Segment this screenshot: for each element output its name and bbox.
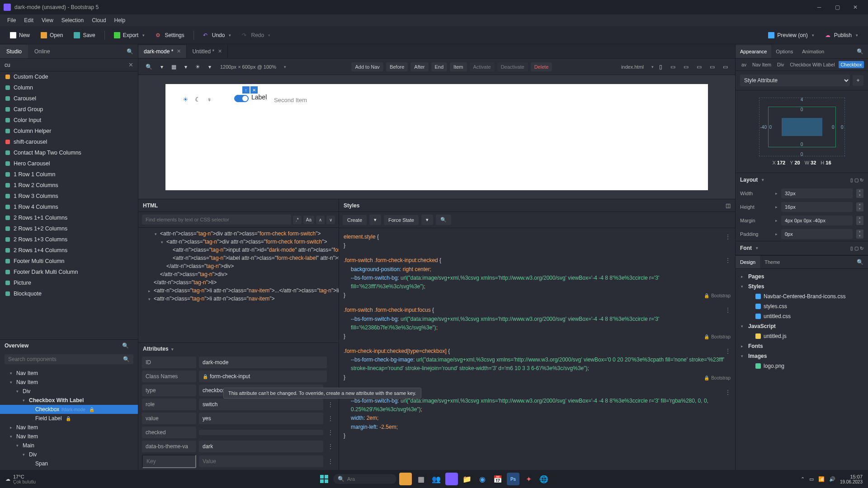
attr-menu-icon[interactable]: ⋮ bbox=[326, 429, 335, 436]
component-item[interactable]: Picture bbox=[0, 277, 138, 288]
rule-menu-icon[interactable]: ⋮ bbox=[725, 233, 731, 241]
component-item[interactable]: Card Group bbox=[0, 104, 138, 115]
close-icon[interactable]: ✕ bbox=[218, 48, 222, 54]
component-item[interactable]: Hero Carousel bbox=[0, 158, 138, 169]
design-tree-item[interactable]: ▾Styles bbox=[736, 282, 868, 291]
create-button[interactable]: Create bbox=[343, 215, 367, 225]
padding-box[interactable]: 0 0 0 0 bbox=[768, 107, 836, 147]
attr-key[interactable]: type bbox=[142, 385, 196, 396]
menu-edit[interactable]: Edit bbox=[20, 16, 37, 25]
attr-val-input[interactable] bbox=[199, 455, 323, 467]
component-item[interactable]: Column bbox=[0, 82, 138, 93]
search-icon[interactable]: 🔍 bbox=[127, 48, 133, 55]
close-icon[interactable]: ✕ bbox=[177, 48, 181, 54]
redo-button[interactable]: ↷Redo▾ bbox=[237, 30, 275, 41]
doc-tab-darkmode[interactable]: dark-mode *✕ bbox=[138, 45, 187, 58]
app-icon[interactable]: ✦ bbox=[522, 473, 535, 485]
force-state-button[interactable]: Force State bbox=[384, 215, 419, 225]
layout-header[interactable]: Layout▾ ▯ ▢ ↻ bbox=[736, 173, 868, 187]
css-rule-block[interactable]: ⋮.form-check-input:checked[type=checkbox… bbox=[344, 347, 731, 382]
tree-arrow-icon[interactable]: ▾ bbox=[741, 354, 745, 358]
component-item[interactable]: 2 Rows 1+3 Columns bbox=[0, 234, 138, 245]
attr-menu-icon[interactable]: ⋮ bbox=[326, 443, 335, 450]
photoshop-icon[interactable]: Ps bbox=[507, 473, 519, 485]
attr-val[interactable]: yes bbox=[199, 413, 323, 424]
html-tree[interactable]: ▾<attr-n">class="tag-n">div attr-n">clas… bbox=[138, 228, 339, 343]
weather-widget[interactable]: ☁ 17°C Çok bulutlu bbox=[5, 474, 36, 484]
component-item[interactable]: Custom Code bbox=[0, 71, 138, 82]
attr-key[interactable]: value bbox=[142, 413, 196, 424]
maximize-button[interactable]: ▢ bbox=[828, 1, 846, 14]
item-button[interactable]: Item bbox=[450, 62, 467, 71]
moon-icon[interactable]: ☾ bbox=[195, 96, 201, 103]
layout-icon[interactable]: ◫ bbox=[726, 202, 731, 209]
padding-input[interactable] bbox=[781, 229, 853, 239]
attr-key[interactable]: ID bbox=[142, 357, 196, 368]
canvas-frame[interactable]: ☀ ☾ ♀ ↑ ✕ Label Second Item bbox=[165, 84, 708, 190]
chevron-down-icon[interactable]: ▾ bbox=[182, 62, 190, 72]
tree-item[interactable]: Field Label🔒 bbox=[0, 414, 138, 423]
bootstrap-studio-icon[interactable] bbox=[445, 473, 458, 485]
component-item[interactable]: Contact Map Two Columns bbox=[0, 147, 138, 158]
breadcrumb-item[interactable]: Checkbox With Label bbox=[788, 61, 837, 68]
component-filter-input[interactable] bbox=[5, 62, 128, 68]
tree-arrow-icon[interactable]: ▾ bbox=[23, 452, 27, 457]
tree-arrow-icon[interactable]: ▾ bbox=[155, 231, 160, 238]
device-xs-icon[interactable]: ▯ bbox=[656, 62, 665, 72]
menu-help[interactable]: Help bbox=[111, 16, 129, 25]
component-item[interactable]: 1 Row 1 Column bbox=[0, 169, 138, 180]
search-icon[interactable]: 🔍 bbox=[122, 343, 129, 349]
system-tray[interactable]: ⌃ ▭ 📶 🔊 15:07 19.06.2023 bbox=[801, 474, 863, 484]
rule-menu-icon[interactable]: ⋮ bbox=[725, 306, 731, 314]
create-dropdown[interactable]: ▾ bbox=[369, 215, 381, 225]
add-style-button[interactable]: + bbox=[853, 75, 863, 86]
chevron-down-icon[interactable]: ▾ bbox=[206, 62, 214, 72]
deactivate-button[interactable]: Deactivate bbox=[497, 62, 528, 71]
tab-studio[interactable]: Studio bbox=[0, 45, 28, 58]
tree-item[interactable]: ▾Div bbox=[0, 450, 138, 459]
component-item[interactable]: Column Helper bbox=[0, 126, 138, 136]
regex-button[interactable]: .* bbox=[293, 216, 302, 224]
minimize-button[interactable]: ─ bbox=[810, 1, 828, 14]
stepper[interactable]: ▴▾ bbox=[856, 216, 863, 225]
search-icon[interactable]: 🔍 bbox=[143, 62, 155, 72]
attr-val[interactable] bbox=[199, 430, 323, 435]
attr-key[interactable]: checked bbox=[142, 427, 196, 438]
clear-filter-button[interactable]: ✕ bbox=[128, 61, 133, 68]
device-lg-icon[interactable]: ▭ bbox=[694, 62, 704, 72]
chevron-down-icon[interactable]: ▾ bbox=[651, 65, 654, 69]
stepper[interactable]: ▴▾ bbox=[856, 189, 863, 198]
tree-item[interactable]: ▾Nav Item bbox=[0, 369, 138, 378]
margin-input[interactable] bbox=[781, 216, 853, 225]
rule-menu-icon[interactable]: ⋮ bbox=[725, 388, 731, 397]
component-item[interactable]: shift-carousel bbox=[0, 136, 138, 147]
current-file[interactable]: index.html bbox=[618, 64, 647, 70]
html-search-input[interactable] bbox=[142, 215, 291, 225]
wifi-icon[interactable]: 📶 bbox=[818, 476, 825, 482]
attr-key[interactable]: Class Names bbox=[142, 371, 196, 382]
tree-arrow-icon[interactable]: ▾ bbox=[161, 239, 166, 246]
html-line[interactable]: ▾<attr-n">class="tag-n">div attr-n">clas… bbox=[142, 230, 335, 238]
close-icon[interactable]: ✕ bbox=[250, 86, 258, 94]
css-rule-block[interactable]: ⋮element.style {} bbox=[344, 233, 731, 250]
html-line[interactable]: <attr-n">class="tag-n">input attr-n">id=… bbox=[142, 246, 335, 254]
dark-mode-switch[interactable] bbox=[234, 95, 249, 102]
attr-val[interactable]: dark bbox=[199, 441, 323, 452]
preview-button[interactable]: Preview (on)▾ bbox=[764, 30, 818, 41]
edge-icon[interactable]: ◉ bbox=[476, 473, 489, 485]
html-line[interactable]: ▸<attr-n">class="tag-n">li attr-n">class… bbox=[142, 286, 335, 295]
html-line[interactable]: </attr-n">class="tag-n">li> bbox=[142, 278, 335, 286]
component-item[interactable]: Footer Multi Column bbox=[0, 256, 138, 267]
tree-item[interactable]: ▾Checkbox With Label bbox=[0, 396, 138, 405]
chevron-down-icon[interactable]: ▾ bbox=[158, 62, 166, 72]
attr-val[interactable]: form-check-input bbox=[199, 371, 327, 382]
tree-arrow-icon[interactable]: ▾ bbox=[10, 434, 14, 439]
component-item[interactable]: 2 Rows 1+4 Columns bbox=[0, 245, 138, 256]
component-list[interactable]: Custom CodeColumnCarouselCard GroupColor… bbox=[0, 71, 138, 339]
grid-icon[interactable]: ▦ bbox=[169, 62, 179, 72]
calendar-icon[interactable]: 📅 bbox=[491, 473, 504, 485]
attr-menu-icon[interactable]: ⋮ bbox=[326, 401, 335, 408]
component-item[interactable]: 1 Row 3 Columns bbox=[0, 191, 138, 202]
end-button[interactable]: End bbox=[431, 62, 448, 71]
tree-arrow-icon[interactable]: ▸ bbox=[148, 288, 154, 295]
